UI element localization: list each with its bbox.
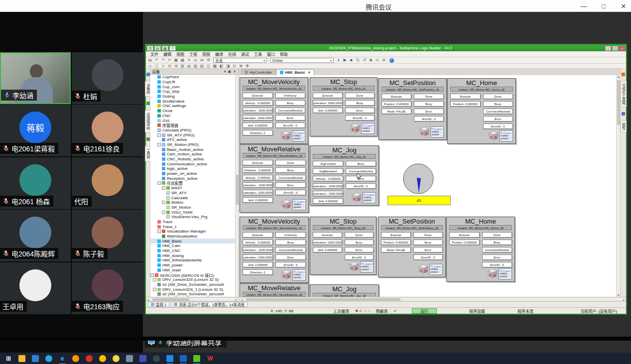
download-icon[interactable]: ⇓ bbox=[336, 58, 341, 63]
block-input-button[interactable]: celeration: 1000.0000 bbox=[243, 254, 273, 260]
browser-icon[interactable] bbox=[85, 355, 93, 363]
dock-tab-1[interactable]: 可视化工具箱 bbox=[621, 81, 627, 107]
panel-close-icon[interactable]: ✕ bbox=[232, 70, 237, 74]
video-app-icon[interactable] bbox=[31, 355, 39, 363]
collapse-icon[interactable]: − bbox=[153, 288, 156, 291]
tree-item[interactable]: Cup_stop bbox=[150, 89, 239, 94]
collapse-icon[interactable]: − bbox=[162, 186, 165, 190]
collapse-icon[interactable]: − bbox=[157, 230, 161, 233]
participant-tile[interactable]: 蒋毅电2061梁蒋毅 bbox=[0, 105, 71, 156]
block-input-button[interactable]: celeration : 1000.0000 bbox=[313, 183, 343, 189]
tree-item[interactable]: ATV_active bbox=[150, 137, 239, 142]
block-input-button[interactable]: Execute bbox=[450, 94, 481, 99]
help-icon[interactable]: ? bbox=[169, 46, 176, 51]
tree-item[interactable]: HMI_Basic bbox=[150, 239, 239, 243]
messages-tab[interactable]: 消息-总计0个错误，1条警告，14条消息 bbox=[171, 302, 248, 307]
bulb-app-icon[interactable] bbox=[112, 355, 120, 363]
block-input-button[interactable]: Mode: FALSE bbox=[381, 109, 411, 114]
visu-right-icon[interactable]: ◨ bbox=[225, 64, 231, 69]
tree-item[interactable]: Reception_active bbox=[150, 176, 239, 181]
tree-item[interactable]: −Motion bbox=[150, 200, 239, 205]
tree-item[interactable]: Dosing bbox=[150, 94, 239, 99]
participant-tile[interactable]: 电2064陈殿辉 bbox=[0, 210, 71, 261]
block-input-button[interactable]: celeration : 1000.0000 bbox=[243, 247, 273, 252]
panel-pin-icon[interactable]: ▣ bbox=[227, 70, 233, 74]
collapse-icon[interactable]: − bbox=[150, 273, 154, 277]
block-input-button[interactable]: Distance : 0.000000 bbox=[243, 167, 273, 173]
visu-grid-icon[interactable]: ▤ bbox=[186, 64, 192, 69]
mode-combobox[interactable]: Online▾ bbox=[270, 58, 334, 63]
scope-combobox[interactable]: 全选▾ bbox=[213, 58, 267, 63]
tree-item[interactable]: d1 (SM_Drive_Schneider_sercosIII bbox=[150, 282, 239, 287]
copy-icon[interactable]: ▣ bbox=[173, 58, 179, 63]
sm-restore-button[interactable]: □ bbox=[612, 46, 618, 51]
replace-icon[interactable]: ⇄ bbox=[199, 58, 205, 63]
block-input-button[interactable]: Position: 0.000000 bbox=[450, 101, 481, 107]
block-input-button[interactable]: celeration : 1000.0000 bbox=[243, 108, 273, 113]
minimize-button[interactable]: — bbox=[579, 2, 588, 10]
watch-tab[interactable]: 监视 1 bbox=[148, 302, 169, 307]
visu-split-icon[interactable]: ◫ bbox=[206, 64, 211, 69]
tree-item[interactable]: Communication_active bbox=[150, 161, 239, 166]
block-input-button[interactable]: Execute bbox=[313, 232, 342, 238]
collapse-icon[interactable]: − bbox=[162, 201, 165, 204]
dock-tab-2[interactable]: 属性 bbox=[621, 121, 627, 132]
menu-调试[interactable]: 调试 bbox=[239, 51, 252, 57]
tree-item[interactable]: −SSERCOSIII (SERCOS III 接口) bbox=[150, 272, 239, 277]
tree-item[interactable]: −SR_Motion (PRG) bbox=[150, 142, 239, 147]
tree-item[interactable]: HMI_CNC bbox=[150, 248, 239, 253]
online-config-icon[interactable]: ⊕ bbox=[381, 58, 386, 63]
visu-group-icon[interactable]: ⊟ bbox=[167, 64, 172, 69]
collapse-icon[interactable]: − bbox=[157, 143, 161, 146]
block-input-button[interactable]: Velocity : 0.000000 bbox=[243, 175, 273, 180]
step-over-icon[interactable]: ↻ bbox=[355, 58, 361, 63]
tree-item[interactable]: −MAST bbox=[150, 186, 239, 191]
visu-frame-icon[interactable]: ◻ bbox=[154, 64, 159, 69]
editor-tab-MyController[interactable]: MyController bbox=[241, 69, 275, 75]
panel-dropdown-icon[interactable]: ▾ bbox=[223, 70, 227, 74]
start-icon[interactable]: ▶ bbox=[342, 58, 348, 63]
tree-item[interactable]: Calculate bbox=[150, 195, 239, 200]
tree-item[interactable]: CNC bbox=[150, 114, 239, 119]
block-input-button[interactable]: Direction: 2 bbox=[243, 130, 273, 135]
logout-icon[interactable]: ◇ bbox=[375, 58, 380, 63]
tree-item[interactable]: HMI_IDNreadandwrite bbox=[150, 258, 239, 263]
tree-item[interactable]: CNC_Robotic_active bbox=[150, 157, 239, 162]
tree-item[interactable]: Cup_cont bbox=[150, 84, 239, 89]
tree-item[interactable]: d2 (SM_Drive_Schneider_sercosIII bbox=[150, 292, 239, 297]
app-logo-icon[interactable]: ⚙ bbox=[147, 46, 153, 51]
menu-视图[interactable]: 视图 bbox=[174, 51, 187, 57]
tree-item[interactable]: HMI_dosing bbox=[150, 253, 239, 258]
stop-icon[interactable]: ■ bbox=[349, 58, 354, 63]
tree-item[interactable]: −Visualization Manager bbox=[150, 229, 239, 234]
tree-item[interactable]: −任务配置 bbox=[150, 181, 239, 186]
find-icon[interactable]: ◎ bbox=[193, 58, 198, 63]
block-input-button[interactable]: Execute bbox=[243, 93, 273, 98]
menu-工程[interactable]: 工程 bbox=[187, 51, 200, 57]
visu-move-icon[interactable]: ✥ bbox=[245, 64, 250, 69]
menu-视图[interactable]: 视图 bbox=[200, 51, 213, 57]
maximize-button[interactable]: □ bbox=[599, 2, 608, 10]
tree-item[interactable]: VisuElems.Visu_Prg bbox=[150, 215, 239, 220]
participant-tile[interactable]: 电2163陶应 bbox=[72, 262, 143, 314]
undo-icon[interactable]: ↶ bbox=[154, 58, 159, 63]
block-input-button[interactable]: celeration : 1000.0000 bbox=[243, 182, 273, 188]
tree-item[interactable]: Cam_motion_active bbox=[150, 152, 239, 157]
block-input-button[interactable]: celeration : 1000.0000 bbox=[313, 191, 343, 196]
menu-帮助[interactable]: 帮助 bbox=[277, 51, 290, 57]
visu-hatch2-icon[interactable]: ▨ bbox=[199, 64, 205, 69]
menu-在线[interactable]: 在线 bbox=[226, 51, 239, 57]
tree-item[interactable]: WebVisualization bbox=[150, 234, 239, 239]
save-all-icon[interactable]: ▦ bbox=[162, 46, 168, 51]
ie-icon[interactable]: e bbox=[58, 355, 66, 363]
visu-pointer-icon[interactable]: ▭ bbox=[147, 64, 153, 69]
tree-item[interactable]: −DRV_Lexium32S_1 (Lexium 32 S) bbox=[150, 287, 239, 292]
participant-tile[interactable]: 陈子毅 bbox=[72, 210, 143, 261]
tree-item[interactable]: SR_ATV bbox=[150, 191, 239, 196]
close-button[interactable]: ✕ bbox=[619, 2, 628, 10]
visu-delete-icon[interactable]: ⊠ bbox=[238, 64, 244, 69]
participant-tile[interactable]: 电2061 杨森 bbox=[0, 157, 71, 209]
canvas-horizontal-scrollbar[interactable]: ◂▸ bbox=[240, 297, 626, 301]
tree-item[interactable]: Basic_motion_active bbox=[150, 147, 239, 152]
participant-tile[interactable]: 代阳 bbox=[72, 157, 143, 209]
